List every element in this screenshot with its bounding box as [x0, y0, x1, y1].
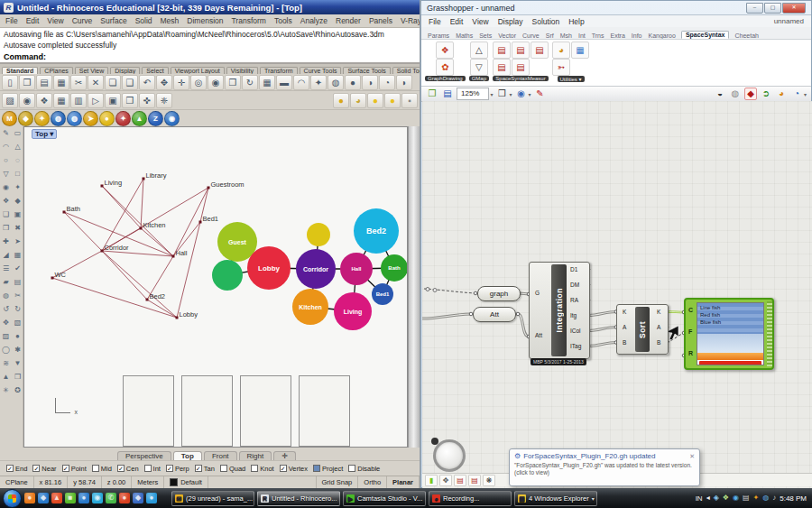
viewport-tab-[interactable]: ✛ [273, 451, 296, 460]
pause-icon[interactable]: ◕ [775, 88, 788, 100]
sort-output-b-2[interactable]: B [657, 339, 660, 346]
checkbox-vertex[interactable]: ✓ [280, 465, 287, 472]
vray-toolbar-icon-1[interactable]: ◕ [350, 93, 366, 108]
sidebar-tool-icon-32[interactable]: ◯ [0, 343, 12, 356]
minimize-button[interactable]: – [746, 3, 763, 14]
chevron-down-icon[interactable]: ▾ [509, 91, 512, 97]
viewport-scrollbar[interactable] [408, 126, 420, 448]
vray-toolbar-icon-2[interactable]: ● [367, 93, 383, 108]
close-button[interactable]: ✕ [782, 3, 806, 14]
rhino-toolbar-icon-0[interactable]: ▯ [2, 75, 18, 90]
sidebar-tool-icon-35[interactable]: ▼ [12, 356, 23, 370]
quick-launch-icon-4[interactable]: ● [78, 493, 89, 503]
toolbar-tab-visibility[interactable]: Visibility [226, 67, 258, 74]
rhino-menu-transform[interactable]: Transform [231, 16, 265, 25]
rhino-toolbar2-icon-3[interactable]: ▦ [53, 93, 69, 108]
component-icon-spacesyntaxmeasur-3[interactable]: ▤ [512, 59, 530, 76]
gh-tab-srf[interactable]: Srf [545, 32, 555, 39]
component-icon-spacesyntaxmeasur-2[interactable]: ▤ [512, 42, 530, 59]
remote-globe-icon[interactable]: ◔ [790, 88, 803, 100]
grasshopper-canvas[interactable]: graphAttIntegrationGAttD1DMRAItgIColITag… [422, 101, 812, 488]
input-port-att[interactable]: Att [535, 332, 542, 338]
gh-tab-vector[interactable]: Vector [497, 32, 517, 39]
gh-tab-sets[interactable]: Sets [478, 32, 493, 39]
gh-tab-int[interactable]: Int [577, 32, 586, 39]
rhino-toolbar-icon-16[interactable]: ▬ [276, 75, 292, 90]
preview-wire-icon[interactable]: ◍ [729, 88, 742, 100]
rhino-titlebar[interactable]: R Untitled - Rhinoceros Educational [32-… [0, 0, 420, 14]
rhino-menu-edit[interactable]: Edit [26, 16, 40, 25]
status-z-0-00[interactable]: z 0.00 [102, 476, 132, 488]
bubble-kitchen[interactable]: Kitchen [292, 289, 328, 325]
rhino-toolbar-icon-20[interactable]: ● [345, 75, 361, 90]
bubble-bath[interactable]: Bath [381, 254, 408, 282]
gh-status-icon-4[interactable]: ❋ [483, 475, 495, 486]
gh-tab-trns[interactable]: Trns [591, 32, 605, 39]
checkbox-quad[interactable] [220, 465, 227, 472]
rhino-toolbar2-icon-7[interactable]: ❒ [122, 93, 138, 108]
rhino-toolbar-icon-12[interactable]: ◉ [208, 75, 224, 90]
status-cplane[interactable]: CPlane [0, 476, 34, 488]
plugin-toolbar-icon-10[interactable]: ◉ [164, 111, 180, 126]
gh-menu-display[interactable]: Display [498, 17, 523, 26]
gh-menu-solution[interactable]: Solution [532, 17, 560, 26]
chevron-down-icon[interactable]: ▾ [529, 91, 531, 97]
status-meters[interactable]: Meters [132, 476, 164, 488]
osnap-tan[interactable]: ✓Tan [195, 465, 215, 473]
osnap-disable[interactable]: Disable [348, 465, 380, 473]
param-capsule-att[interactable]: Att [473, 307, 516, 322]
toolbar-tab-display[interactable]: Display [110, 67, 140, 74]
canvas-compass-widget[interactable] [433, 439, 466, 472]
sidebar-tool-icon-18[interactable]: ◢ [0, 248, 12, 262]
sort-output-k-0[interactable]: K [657, 309, 660, 315]
vray-toolbar-icon-3[interactable]: ● [384, 93, 401, 108]
close-icon[interactable]: ✕ [689, 453, 695, 460]
sidebar-tool-icon-33[interactable]: ✱ [12, 343, 23, 356]
rhino-toolbar-icon-9[interactable]: ✥ [156, 75, 172, 90]
group-label-spacesyntaxmeasur[interactable]: SpaceSyntaxMeasur [493, 76, 548, 81]
sort-input-k-0[interactable]: K [623, 309, 626, 315]
osnap-point[interactable]: ✓Point [62, 465, 87, 473]
checkbox-disable[interactable] [348, 465, 355, 472]
quick-launch-icon-2[interactable]: ▲ [51, 493, 62, 503]
language-indicator[interactable]: IN [696, 494, 703, 503]
chevron-down-icon[interactable]: ▾ [490, 91, 493, 97]
checkbox-mid[interactable] [92, 465, 99, 472]
gh-menu-file[interactable]: File [429, 17, 441, 26]
chevron-down-icon[interactable]: ▾ [804, 91, 807, 97]
sidebar-tool-icon-3[interactable]: △ [12, 140, 23, 153]
sidebar-tool-icon-2[interactable]: ◠ [0, 140, 12, 153]
rhino-toolbar-icon-13[interactable]: ❒ [225, 75, 241, 90]
gh-menu-help[interactable]: Help [568, 17, 584, 26]
tray-expand-icon[interactable]: ◂ [706, 494, 710, 503]
sidebar-tool-icon-26[interactable]: ↺ [0, 302, 12, 316]
sidebar-tool-icon-25[interactable]: ✂ [12, 289, 23, 302]
rhino-toolbar-icon-5[interactable]: ✕ [88, 75, 104, 90]
sidebar-tool-icon-17[interactable]: ➤ [12, 235, 23, 248]
rhino-toolbar-icon-3[interactable]: ▦ [53, 75, 69, 90]
osnap-project[interactable]: Project [313, 465, 343, 473]
checkbox-near[interactable]: ✓ [32, 465, 40, 472]
rhino-toolbar-icon-11[interactable]: ◎ [190, 75, 207, 90]
quick-launch-icon-7[interactable]: ● [119, 493, 130, 503]
rhino-toolbar2-icon-5[interactable]: ▷ [88, 93, 104, 108]
quick-launch-icon-3[interactable]: ■ [65, 493, 76, 503]
gh-tab-spacesyntax[interactable]: SpaceSyntax [681, 31, 730, 39]
viewport-tab-perspective[interactable]: Perspective [117, 451, 171, 460]
sidebar-tool-icon-24[interactable]: ◍ [0, 289, 12, 302]
rhino-toolbar-icon-18[interactable]: ✦ [310, 75, 327, 90]
bubble-lobby[interactable]: Lobby [247, 246, 291, 290]
component-icon-utilities-0[interactable]: ◕ [552, 42, 570, 59]
tray-icon-6[interactable]: ♪ [772, 494, 776, 503]
rhino-toolbar2-icon-6[interactable]: ▣ [105, 93, 121, 108]
sidebar-tool-icon-15[interactable]: ✖ [12, 221, 23, 235]
quick-launch-icon-9[interactable]: ● [146, 493, 157, 503]
checkbox-knot[interactable] [251, 465, 258, 472]
osnap-perp[interactable]: ✓Perp [166, 465, 189, 473]
checkbox-tan[interactable]: ✓ [195, 465, 202, 472]
rhino-toolbar2-icon-9[interactable]: ❈ [156, 93, 172, 108]
sort-input-a-1[interactable]: A [623, 324, 626, 330]
osnap-knot[interactable]: Knot [251, 465, 273, 473]
output-port-itg[interactable]: Itg [570, 312, 577, 319]
osnap-mid[interactable]: Mid [92, 465, 112, 473]
